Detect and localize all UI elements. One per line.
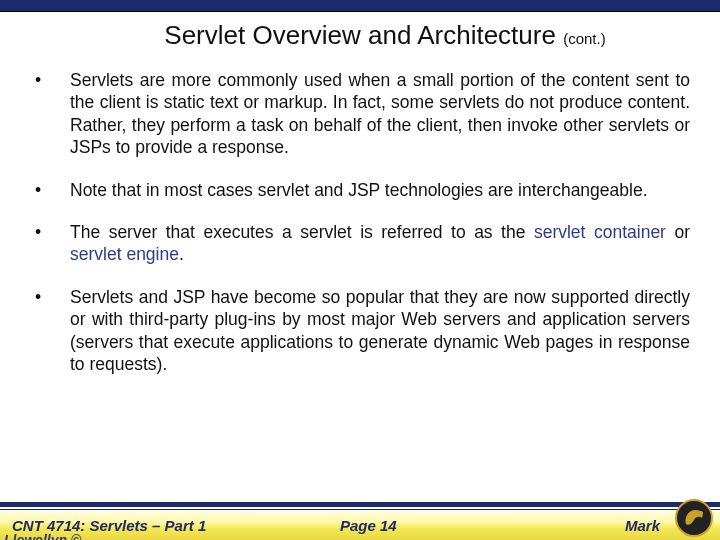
footer-rule-thick: [0, 502, 720, 507]
text-run: .: [179, 244, 184, 264]
footer-cutoff-text: Llewellyn ©: [4, 532, 81, 540]
bullet-item: •Servlets are more commonly used when a …: [30, 69, 690, 159]
text-run: Servlets and JSP have become so popular …: [70, 287, 690, 374]
slide-title: Servlet Overview and Architecture (cont.…: [80, 20, 690, 51]
footer-course: CNT 4714: Servlets – Part 1: [12, 517, 206, 534]
text-run: or: [666, 222, 690, 242]
slide-content: Servlet Overview and Architecture (cont.…: [0, 12, 720, 375]
bullet-marker: •: [30, 286, 70, 376]
top-accent-bar: [0, 0, 720, 12]
bullet-item: •The server that executes a servlet is r…: [30, 221, 690, 266]
bullet-item: •Note that in most cases servlet and JSP…: [30, 179, 690, 201]
text-run: Note that in most cases servlet and JSP …: [70, 180, 648, 200]
slide-footer: CNT 4714: Servlets – Part 1 Page 14 Mark…: [0, 502, 720, 540]
highlighted-term: servlet container: [534, 222, 666, 242]
bullet-marker: •: [30, 221, 70, 266]
title-suffix: (cont.): [563, 30, 606, 47]
footer-author: Mark: [625, 517, 660, 534]
bullet-list: •Servlets are more commonly used when a …: [30, 69, 690, 375]
bullet-text: Servlets are more commonly used when a s…: [70, 69, 690, 159]
bullet-text: Note that in most cases servlet and JSP …: [70, 179, 690, 201]
bullet-marker: •: [30, 179, 70, 201]
bullet-item: •Servlets and JSP have become so popular…: [30, 286, 690, 376]
text-run: The server that executes a servlet is re…: [70, 222, 534, 242]
ucf-pegasus-logo: [674, 498, 714, 538]
bullet-text: The server that executes a servlet is re…: [70, 221, 690, 266]
footer-page: Page 14: [340, 517, 397, 534]
footer-bar: CNT 4714: Servlets – Part 1 Page 14 Mark: [0, 510, 720, 540]
highlighted-term: servlet engine: [70, 244, 179, 264]
bullet-marker: •: [30, 69, 70, 159]
bullet-text: Servlets and JSP have become so popular …: [70, 286, 690, 376]
text-run: Servlets are more commonly used when a s…: [70, 70, 690, 157]
title-main: Servlet Overview and Architecture: [164, 20, 563, 50]
